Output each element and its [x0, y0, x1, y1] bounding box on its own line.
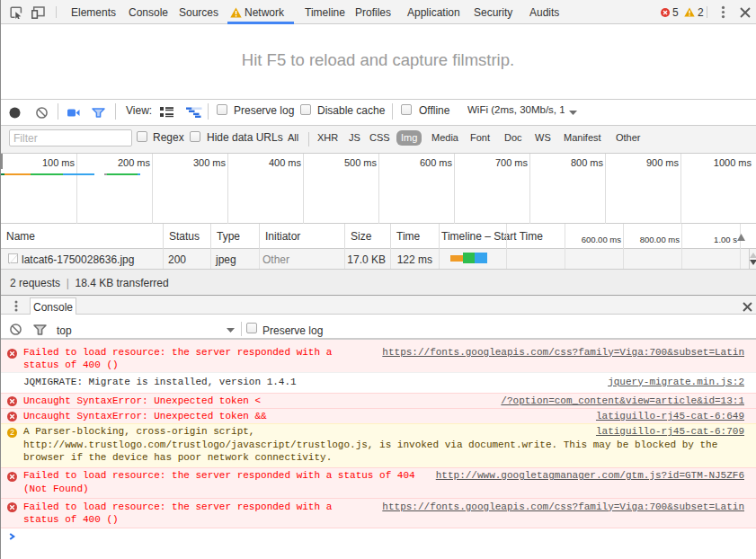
svg-text:2: 2 [10, 428, 14, 437]
